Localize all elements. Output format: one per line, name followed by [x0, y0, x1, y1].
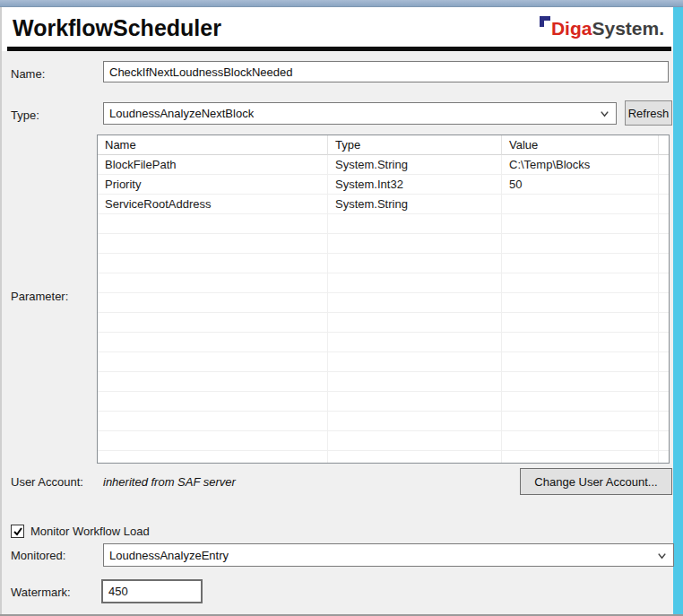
- table-row-empty[interactable]: [98, 372, 669, 392]
- table-row-empty[interactable]: [98, 273, 669, 293]
- page-title: WorkflowScheduler: [13, 15, 221, 41]
- window-top-edge: [0, 0, 683, 7]
- cell-type[interactable]: System.String: [328, 195, 502, 214]
- table-row-empty[interactable]: [98, 214, 669, 234]
- table-row-empty[interactable]: [98, 451, 669, 464]
- cell-empty: [502, 273, 659, 293]
- cell-empty: [328, 333, 502, 352]
- watermark-input[interactable]: [101, 579, 203, 603]
- cell-empty: [659, 412, 670, 431]
- table-row-empty[interactable]: [98, 293, 669, 313]
- cell-name[interactable]: ServiceRootAddress: [98, 195, 328, 214]
- cell-empty: [328, 293, 502, 313]
- cell-type[interactable]: System.String: [328, 155, 502, 175]
- cell-empty: [502, 333, 659, 352]
- table-row-empty[interactable]: [98, 313, 669, 333]
- cell-empty: [98, 333, 328, 352]
- user-account-label: User Account:: [11, 475, 83, 489]
- chevron-down-icon: [656, 550, 668, 561]
- cell-empty: [98, 451, 328, 464]
- table-row[interactable]: BlockFilePath System.String C:\Temp\Bloc…: [98, 155, 669, 175]
- window-left-edge: [0, 7, 2, 616]
- cell-empty: [328, 313, 502, 333]
- cell-empty: [328, 372, 502, 392]
- watermark-label: Watermark:: [11, 586, 71, 599]
- type-dropdown-value: LoudnessAnalyzeNextBlock: [109, 107, 254, 120]
- cell-empty: [328, 431, 502, 451]
- cell-empty: [659, 234, 670, 254]
- table-row-empty[interactable]: [98, 333, 669, 352]
- cell-empty: [502, 392, 659, 412]
- table-row-empty[interactable]: [98, 254, 669, 273]
- column-header-value[interactable]: Value: [502, 135, 659, 155]
- cell-empty: [659, 313, 670, 333]
- cell-empty: [502, 254, 659, 273]
- monitor-workflow-load-checkbox[interactable]: Monitor Workflow Load: [11, 525, 150, 538]
- cell-empty: [659, 392, 670, 412]
- header: WorkflowScheduler DigaSystem.: [2, 7, 673, 51]
- monitor-workflow-load-label: Monitor Workflow Load: [30, 525, 150, 538]
- type-dropdown[interactable]: LoudnessAnalyzeNextBlock: [103, 102, 617, 125]
- cell-empty: [328, 214, 502, 234]
- cell-empty: [502, 431, 659, 451]
- cell-empty: [328, 234, 502, 254]
- cell-empty: [98, 412, 328, 431]
- table-row[interactable]: ServiceRootAddress System.String: [98, 195, 669, 214]
- brand-flag-icon: [540, 16, 550, 27]
- cell-name[interactable]: Priority: [98, 175, 328, 195]
- checkbox-box[interactable]: [11, 525, 24, 538]
- column-header-name[interactable]: Name: [98, 135, 328, 155]
- cell-empty: [98, 431, 328, 451]
- cell-empty: [98, 352, 328, 372]
- name-label: Name:: [11, 67, 45, 81]
- cell-empty: [328, 273, 502, 293]
- cell-empty: [328, 412, 502, 431]
- checkmark-icon: [13, 526, 23, 537]
- cell-empty: [98, 273, 328, 293]
- cell-name[interactable]: BlockFilePath: [98, 155, 328, 175]
- brand-diga-text: Diga: [551, 18, 592, 39]
- cell-type[interactable]: System.Int32: [328, 175, 502, 195]
- table-row[interactable]: Priority System.Int32 50: [98, 175, 669, 195]
- cell-empty: [98, 293, 328, 313]
- cell-value[interactable]: C:\Temp\Blocks: [502, 155, 659, 175]
- cell-empty: [98, 372, 328, 392]
- name-input[interactable]: [103, 61, 669, 82]
- monitored-label: Monitored:: [11, 549, 65, 562]
- cell-empty: [98, 214, 328, 234]
- cell-value[interactable]: [502, 195, 659, 214]
- cell-empty: [502, 313, 659, 333]
- parameter-table-body: BlockFilePath System.String C:\Temp\Bloc…: [98, 155, 669, 464]
- cell-empty: [502, 352, 659, 372]
- brand-system-text: System.: [592, 18, 664, 39]
- table-row-empty[interactable]: [98, 392, 669, 412]
- cell-empty: [98, 234, 328, 254]
- table-row-empty[interactable]: [98, 412, 669, 431]
- cell-empty: [328, 254, 502, 273]
- cell-empty: [659, 254, 670, 273]
- cell-empty: [502, 372, 659, 392]
- table-row-empty[interactable]: [98, 234, 669, 254]
- user-account-value: inherited from SAF server: [103, 475, 236, 489]
- cell-empty: [659, 372, 670, 392]
- column-header-type[interactable]: Type: [328, 135, 502, 155]
- cell-spacer: [659, 175, 670, 195]
- cell-empty: [328, 451, 502, 464]
- parameter-table[interactable]: Name Type Value BlockFilePath System.Str…: [97, 134, 670, 464]
- refresh-button[interactable]: Refresh: [625, 100, 672, 126]
- cell-empty: [659, 431, 670, 451]
- change-user-account-button[interactable]: Change User Account...: [520, 468, 672, 495]
- cell-empty: [659, 333, 670, 352]
- monitored-dropdown[interactable]: LoudnessAnalyzeEntry: [103, 543, 674, 567]
- cell-spacer: [659, 195, 670, 214]
- chevron-down-icon: [599, 108, 610, 119]
- cell-spacer: [659, 155, 670, 175]
- table-row-empty[interactable]: [98, 352, 669, 372]
- table-row-empty[interactable]: [98, 431, 669, 451]
- cell-value[interactable]: 50: [502, 175, 659, 195]
- window-accent-border: [673, 7, 683, 616]
- cell-empty: [502, 234, 659, 254]
- cell-empty: [98, 254, 328, 273]
- column-header-spacer: [659, 135, 670, 155]
- cell-empty: [502, 451, 659, 464]
